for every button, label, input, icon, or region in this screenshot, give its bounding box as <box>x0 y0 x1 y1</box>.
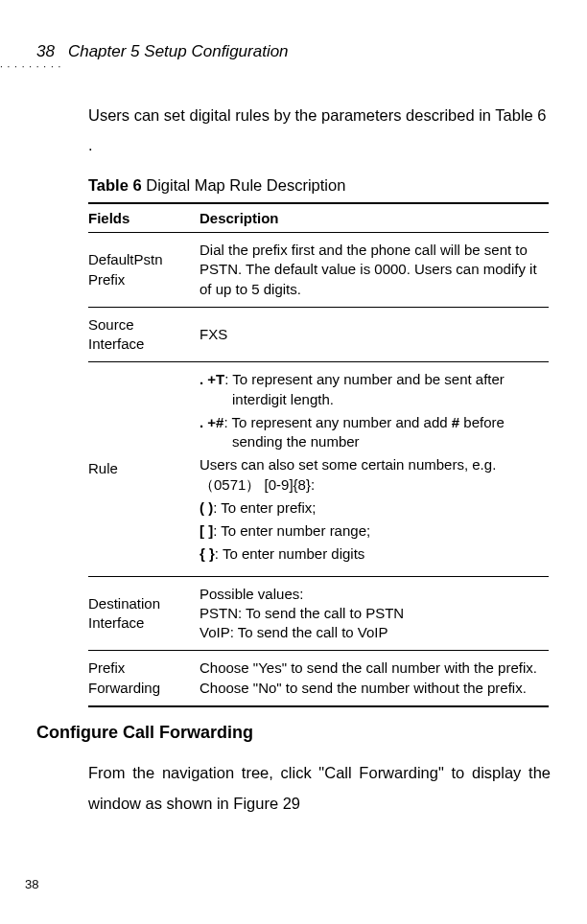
decorative-dots: · · · · · · · · · <box>0 61 551 72</box>
table-row: Rule . +T: To represent any number and b… <box>88 362 549 576</box>
description-cell: Possible values: PSTN: To send the call … <box>200 576 549 651</box>
section-body: From the navigation tree, click "Call Fo… <box>88 758 551 819</box>
desc-line: PSTN: To send the call to PSTN <box>200 604 543 623</box>
desc-line: Possible values: <box>200 585 543 604</box>
table-header-fields: Fields <box>88 203 200 233</box>
description-cell: Choose "Yes" to send the call number wit… <box>200 651 549 706</box>
field-cell: Prefix Forwarding <box>88 651 200 706</box>
table-row: DefaultPstn Prefix Dial the prefix first… <box>88 233 549 308</box>
digital-map-rule-table: Fields Description DefaultPstn Prefix Di… <box>88 202 549 707</box>
rule-label: . +T <box>200 371 224 387</box>
table-row: Source Interface FXS <box>88 307 549 362</box>
intro-paragraph: Users can set digital rules by the param… <box>88 101 551 161</box>
section-heading: Configure Call Forwarding <box>36 723 551 743</box>
rule-label: { } <box>200 545 215 562</box>
rule-text: : To represent any number and be sent af… <box>224 371 505 406</box>
rule-label: ( ) <box>200 499 213 516</box>
description-cell: FXS <box>200 307 549 362</box>
rule-text: : To represent any number and add <box>223 414 451 430</box>
table-caption-text: Digital Map Rule Description <box>142 176 346 194</box>
field-cell: Source Interface <box>88 307 200 362</box>
field-cell: DefaultPstn Prefix <box>88 233 200 308</box>
table-caption-number: Table 6 <box>88 176 142 194</box>
rule-label: [ ] <box>200 522 213 539</box>
description-cell: . +T: To represent any number and be sen… <box>200 362 549 576</box>
desc-line: VoIP: To send the call to VoIP <box>200 623 543 642</box>
header-page-number: 38 <box>36 42 68 61</box>
description-cell: Dial the prefix first and the phone call… <box>200 233 549 308</box>
rule-text: : To enter prefix; <box>213 499 316 516</box>
table-row: Destination Interface Possible values: P… <box>88 576 549 651</box>
footer-page-number: 38 <box>25 877 38 891</box>
rule-label: . +# <box>200 414 223 430</box>
table-row: Prefix Forwarding Choose "Yes" to send t… <box>88 651 549 706</box>
rule-text: Users can also set some certain numbers,… <box>200 455 543 495</box>
table-header-description: Description <box>200 203 549 233</box>
rule-text: : To enter number range; <box>213 522 370 539</box>
table-caption: Table 6 Digital Map Rule Description <box>88 176 551 195</box>
field-cell: Rule <box>88 362 200 576</box>
page-header: 38 Chapter 5 Setup Configuration <box>36 42 551 61</box>
rule-text: : To enter number digits <box>215 545 364 562</box>
field-cell: Destination Interface <box>88 576 200 651</box>
rule-hash: # <box>452 414 459 430</box>
chapter-title: Chapter 5 Setup Configuration <box>68 42 289 61</box>
